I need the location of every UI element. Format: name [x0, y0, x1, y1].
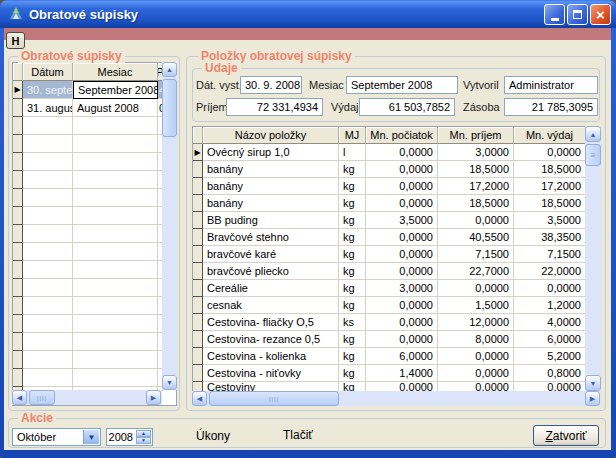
row-selector[interactable] [13, 135, 23, 153]
empty-row[interactable] [13, 279, 163, 297]
mesiac-cell[interactable] [73, 243, 158, 261]
mj-cell[interactable]: kg [339, 280, 366, 297]
row-selector[interactable] [193, 365, 203, 382]
row-selector[interactable] [13, 297, 23, 315]
nazov-cell[interactable]: Cestovina - niťovky [203, 365, 339, 382]
datum-cell[interactable]: 30. septe [23, 81, 73, 99]
mesiac-cell[interactable] [73, 333, 158, 351]
mj-cell[interactable]: l [339, 144, 366, 161]
row-selector[interactable] [193, 195, 203, 212]
prijem-cell[interactable]: 0,0000 [438, 348, 514, 365]
row-selector[interactable] [13, 153, 23, 171]
datum-cell[interactable] [23, 333, 73, 351]
row-selector[interactable] [13, 279, 23, 297]
empty-row[interactable] [13, 351, 163, 369]
empty-row[interactable] [13, 189, 163, 207]
table-row[interactable]: Cestovina - kolienkakg6,00000,00005,2000 [193, 348, 586, 365]
datum-cell[interactable] [23, 207, 73, 225]
mj-cell[interactable]: kg [339, 297, 366, 314]
mesiac-cell[interactable]: September 2008 [73, 81, 158, 99]
table-row[interactable]: BB pudingkg3,50000,00003,5000 [193, 212, 586, 229]
row-selector[interactable] [13, 351, 23, 369]
table-row[interactable]: banánykg0,000017,200017,2000 [193, 178, 586, 195]
pociatok-cell[interactable]: 0,0000 [366, 246, 438, 263]
empty-row[interactable] [13, 153, 163, 171]
row-selector[interactable] [193, 314, 203, 331]
dates-scroll-down-icon[interactable]: ▼ [162, 375, 177, 390]
zasoba-field[interactable]: 21 785,3095 [504, 98, 598, 116]
table-row[interactable]: Cereáliekg3,00000,00000,0000 [193, 280, 586, 297]
table-row[interactable]: bravčové plieckokg0,000022,700022,0000 [193, 263, 586, 280]
row-selector[interactable] [193, 161, 203, 178]
pociatok-cell[interactable]: 0,0000 [366, 314, 438, 331]
table-row[interactable]: bravčové karékg0,00007,15007,1500 [193, 246, 586, 263]
maximize-button[interactable] [567, 4, 588, 25]
mj-cell[interactable]: kg [339, 178, 366, 195]
nazov-cell[interactable]: Cereálie [203, 280, 339, 297]
datum-cell[interactable] [23, 243, 73, 261]
mj-cell[interactable]: kg [339, 331, 366, 348]
row-selector[interactable] [13, 117, 23, 135]
row-selector[interactable] [193, 348, 203, 365]
nazov-cell[interactable]: banány [203, 178, 339, 195]
pociatok-cell[interactable]: 3,5000 [366, 212, 438, 229]
vydaj-cell[interactable]: 1,2000 [514, 297, 586, 314]
mesiac-cell[interactable] [73, 189, 158, 207]
datvyst-field[interactable]: 30. 9. 2008 [240, 76, 302, 94]
mesiac-cell[interactable] [73, 153, 158, 171]
mesiac-cell[interactable] [73, 351, 158, 369]
mj-cell[interactable]: kg [339, 263, 366, 280]
row-selector[interactable] [13, 369, 23, 387]
datum-cell[interactable] [23, 189, 73, 207]
nazov-cell[interactable]: Ovécný sirup 1,0 [203, 144, 339, 161]
prijem-cell[interactable]: 18,5000 [438, 195, 514, 212]
pociatok-cell[interactable]: 0,0000 [366, 229, 438, 246]
datum-cell[interactable] [23, 135, 73, 153]
row-selector[interactable] [193, 212, 203, 229]
datum-cell[interactable] [23, 153, 73, 171]
prijem-cell[interactable]: 22,7000 [438, 263, 514, 280]
mesiac-cell[interactable] [73, 225, 158, 243]
pociatok-cell[interactable]: 1,4000 [366, 365, 438, 382]
mesiac-cell[interactable] [73, 117, 158, 135]
dates-scroll-up-icon[interactable]: ▲ [162, 62, 177, 77]
vydaj-cell[interactable]: 38,3500 [514, 229, 586, 246]
chevron-down-icon[interactable]: ▼ [83, 430, 99, 444]
table-row[interactable]: cesnakkg0,00001,50001,2000 [193, 297, 586, 314]
vydaj-cell[interactable]: 17,2000 [514, 178, 586, 195]
vydaj-cell[interactable]: 6,0000 [514, 331, 586, 348]
mj-cell[interactable]: kg [339, 195, 366, 212]
empty-row[interactable] [13, 261, 163, 279]
mesiac-cell[interactable] [73, 369, 158, 387]
prijem-cell[interactable]: 1,5000 [438, 297, 514, 314]
items-header-pociatok[interactable]: Mn. počiatok [366, 127, 438, 144]
prijem-field[interactable]: 72 331,4934 [226, 98, 323, 116]
datum-cell[interactable]: 31. augus [23, 99, 73, 117]
mesiac-cell[interactable]: August 2008 [73, 99, 158, 117]
mesiac-cell[interactable] [73, 207, 158, 225]
vydaj-cell[interactable]: 18,5000 [514, 161, 586, 178]
empty-row[interactable] [13, 117, 163, 135]
prijem-cell[interactable]: 8,0000 [438, 331, 514, 348]
titlebar[interactable]: Obratové súpisky × [0, 0, 616, 28]
table-row[interactable]: Cestovina- fliačky O,5ks0,000012,00004,0… [193, 314, 586, 331]
prijem-cell[interactable]: 7,1500 [438, 246, 514, 263]
pociatok-cell[interactable]: 0,0000 [366, 144, 438, 161]
vydaj-cell[interactable]: 0,0000 [514, 280, 586, 297]
mj-cell[interactable]: kg [339, 246, 366, 263]
table-row[interactable]: 31. augusAugust 20080 [13, 99, 163, 117]
mj-cell[interactable]: kg [339, 365, 366, 382]
prijem-cell[interactable]: 0,0000 [438, 280, 514, 297]
mesiac-cell[interactable] [73, 261, 158, 279]
pociatok-cell[interactable]: 0,0000 [366, 161, 438, 178]
empty-row[interactable] [13, 171, 163, 189]
dates-header-mesiac[interactable]: Mesiac [73, 63, 158, 81]
mesiac-cell[interactable] [73, 135, 158, 153]
table-row[interactable]: Cestovina - niťovkykg1,40000,00000,8000 [193, 365, 586, 382]
row-selector[interactable] [13, 243, 23, 261]
items-hscroll-thumb[interactable]: |||| [209, 391, 339, 406]
items-header-vydaj[interactable]: Mn. výdaj [514, 127, 586, 144]
nazov-cell[interactable]: banány [203, 161, 339, 178]
datum-cell[interactable] [23, 261, 73, 279]
row-selector[interactable] [13, 333, 23, 351]
